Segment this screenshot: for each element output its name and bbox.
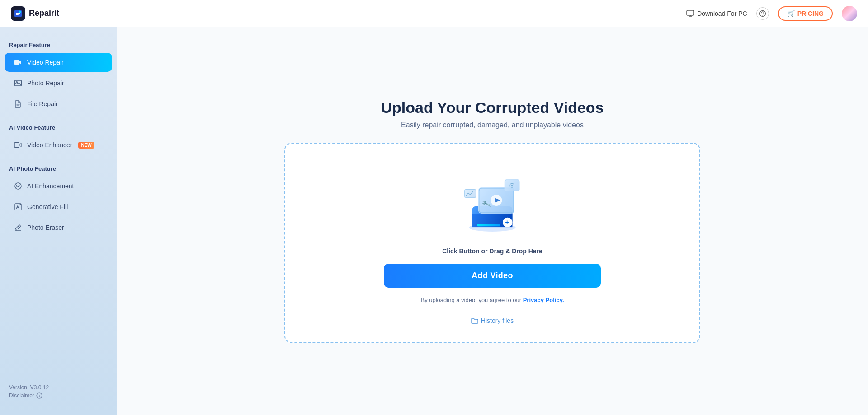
info-icon: i	[36, 392, 42, 399]
privacy-notice: By uploading a video, you agree to our P…	[420, 297, 564, 303]
sidebar-footer: Version: V3.0.12 Disclaimer i	[0, 377, 117, 406]
svg-rect-22	[477, 224, 500, 226]
sidebar-item-photo-eraser[interactable]: Photo Eraser	[5, 218, 112, 237]
svg-text:+: +	[505, 219, 509, 226]
help-button[interactable]	[756, 7, 769, 20]
pricing-cart-icon: 🛒	[787, 10, 795, 17]
generative-fill-icon	[14, 202, 23, 211]
disclaimer-link[interactable]: Disclaimer i	[9, 392, 108, 399]
upload-container: Upload Your Corrupted Videos Easily repa…	[284, 99, 700, 343]
photo-repair-icon	[14, 79, 23, 88]
logo-container: Repairit	[11, 6, 59, 21]
file-repair-icon	[14, 99, 23, 108]
svg-point-14	[20, 204, 21, 205]
video-repair-icon	[14, 58, 23, 67]
monitor-icon	[686, 9, 694, 18]
privacy-policy-link[interactable]: Privacy Policy.	[523, 297, 564, 303]
photo-eraser-icon	[14, 223, 23, 232]
sidebar-item-ai-enhancement[interactable]: AI AI Enhancement	[5, 177, 112, 196]
svg-point-31	[511, 185, 513, 187]
video-enhancer-icon	[14, 140, 23, 149]
svg-rect-7	[14, 60, 19, 65]
repair-feature-label: Repair Feature	[0, 36, 117, 52]
svg-rect-32	[464, 189, 476, 198]
user-avatar[interactable]	[842, 6, 857, 21]
folder-icon	[471, 317, 478, 324]
main-layout: Repair Feature Video Repair Photo Repair	[0, 27, 868, 415]
download-pc-button[interactable]: Download For PC	[686, 9, 747, 18]
svg-text:i: i	[39, 394, 40, 398]
upload-dropzone[interactable]: + 🔧	[284, 143, 700, 343]
page-title: Upload Your Corrupted Videos	[381, 99, 604, 117]
drag-drop-text: Click Button or Drag & Drop Here	[442, 247, 542, 255]
header-actions: Download For PC 🛒 PRICING	[686, 6, 857, 21]
sidebar-item-generative-fill[interactable]: Generative Fill	[5, 197, 112, 216]
svg-text:AI: AI	[15, 185, 19, 188]
svg-rect-10	[14, 143, 19, 148]
new-badge: NEW	[78, 142, 94, 149]
svg-rect-4	[687, 10, 694, 15]
ai-photo-feature-label: AI Photo Feature	[0, 160, 117, 176]
headset-icon	[759, 10, 766, 17]
upload-svg-illustration: + 🔧	[456, 164, 528, 241]
page-subtitle: Easily repair corrupted, damaged, and un…	[401, 121, 584, 129]
ai-enhancement-icon: AI	[14, 182, 23, 191]
sidebar-item-video-enhancer[interactable]: Video Enhancer NEW	[5, 135, 112, 154]
upload-illustration: + 🔧	[456, 166, 528, 238]
svg-rect-2	[16, 14, 19, 15]
sidebar-item-photo-repair[interactable]: Photo Repair	[5, 74, 112, 93]
sidebar-item-file-repair[interactable]: File Repair	[5, 94, 112, 113]
svg-point-6	[762, 15, 763, 15]
ai-video-feature-label: AI Video Feature	[0, 119, 117, 135]
sidebar-item-video-repair[interactable]: Video Repair	[5, 53, 112, 72]
add-video-button[interactable]: Add Video	[384, 264, 601, 288]
version-text: Version: V3.0.12	[9, 384, 108, 391]
sidebar: Repair Feature Video Repair Photo Repair	[0, 27, 117, 415]
content-area: Upload Your Corrupted Videos Easily repa…	[117, 27, 868, 415]
logo-icon	[11, 6, 25, 21]
svg-point-3	[19, 10, 21, 13]
app-name: Repairit	[29, 9, 59, 18]
header: Repairit Download For PC 🛒 PRICING	[0, 0, 868, 27]
pricing-button[interactable]: 🛒 PRICING	[778, 6, 833, 21]
history-files-link[interactable]: History files	[471, 317, 514, 324]
